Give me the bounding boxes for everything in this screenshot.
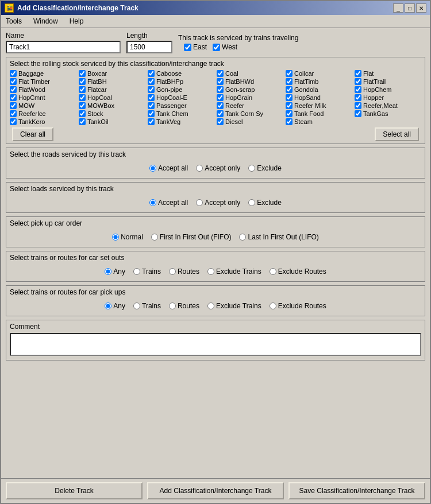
- west-checkbox-label[interactable]: West: [213, 43, 237, 51]
- pick-ups-section: Select trains or routes for car pick ups…: [6, 285, 425, 316]
- cb-hopgrain[interactable]: HopGrain: [217, 94, 283, 101]
- cb-gon-scrap[interactable]: Gon-scrap: [217, 86, 283, 93]
- cb-hopcoal-e[interactable]: HopCoal-E: [148, 94, 214, 101]
- cb-flatbhpp[interactable]: FlatBHPp: [148, 78, 214, 85]
- main-window: 🚂 Add Classification/Interchange Track _…: [0, 0, 431, 504]
- length-group: Length: [126, 32, 172, 53]
- loads-title: Select loads serviced by this track: [10, 185, 421, 193]
- cb-flatcar[interactable]: Flatcar: [79, 86, 145, 93]
- cb-mow[interactable]: MOW: [10, 102, 76, 109]
- cb-reefer-milk[interactable]: Reefer Milk: [286, 102, 352, 109]
- loads-accept-only[interactable]: Accept only: [196, 199, 240, 207]
- set-outs-radio-group: Any Trains Routes Exclude Trains Exclude…: [10, 264, 421, 279]
- cb-mowbox[interactable]: MOWBox: [79, 102, 145, 109]
- cb-diesel[interactable]: Diesel: [217, 118, 283, 125]
- cb-boxcar[interactable]: Boxcar: [79, 70, 145, 77]
- cb-steam[interactable]: Steam: [286, 118, 352, 125]
- title-bar: 🚂 Add Classification/Interchange Track _…: [1, 1, 430, 15]
- loads-exclude[interactable]: Exclude: [248, 199, 282, 207]
- cb-flattrail[interactable]: FlatTrail: [355, 78, 421, 85]
- pickups-routes[interactable]: Routes: [169, 302, 199, 310]
- cb-passenger[interactable]: Passenger: [148, 102, 214, 109]
- setouts-exclude-trains[interactable]: Exclude Trains: [207, 267, 261, 276]
- rolling-stock-grid: Baggage Boxcar Caboose Coal Coilcar Flat…: [10, 70, 421, 125]
- close-button[interactable]: ✕: [416, 3, 426, 13]
- name-label: Name: [6, 32, 121, 40]
- order-fifo[interactable]: First In First Out (FIFO): [151, 233, 232, 241]
- cb-tankkero[interactable]: TankKero: [10, 118, 76, 125]
- pickups-trains[interactable]: Trains: [133, 302, 161, 310]
- cb-hopcoal[interactable]: HopCoal: [79, 94, 145, 101]
- pickups-exclude-trains[interactable]: Exclude Trains: [207, 302, 261, 310]
- loads-accept-all[interactable]: Accept all: [149, 199, 188, 207]
- pick-ups-title: Select trains or routes for car pick ups: [10, 288, 421, 296]
- setouts-any[interactable]: Any: [105, 267, 125, 276]
- menu-tools[interactable]: Tools: [3, 16, 24, 26]
- order-normal[interactable]: Normal: [112, 233, 143, 241]
- cb-baggage[interactable]: Baggage: [10, 70, 76, 77]
- setouts-exclude-routes[interactable]: Exclude Routes: [270, 267, 326, 276]
- save-track-button[interactable]: Save Classification/Interchange Track: [288, 482, 425, 499]
- comment-input[interactable]: [10, 333, 421, 356]
- cb-hopchem[interactable]: HopChem: [355, 86, 421, 93]
- length-label: Length: [126, 32, 172, 40]
- east-checkbox[interactable]: [184, 44, 191, 51]
- order-lifo[interactable]: Last In First Out (LIFO): [239, 233, 318, 241]
- cb-hopsand[interactable]: HopSand: [286, 94, 352, 101]
- cb-reefer[interactable]: Reefer: [217, 102, 283, 109]
- pickups-exclude-routes[interactable]: Exclude Routes: [270, 302, 326, 310]
- menu-window[interactable]: Window: [31, 16, 60, 26]
- delete-track-button[interactable]: Delete Track: [6, 482, 143, 499]
- cb-flatbhwd[interactable]: FlatBHWd: [217, 78, 283, 85]
- setouts-routes[interactable]: Routes: [169, 267, 199, 276]
- cb-gon-pipe[interactable]: Gon-pipe: [148, 86, 214, 93]
- cb-reefer-meat[interactable]: Reefer,Meat: [355, 102, 421, 109]
- roads-accept-all[interactable]: Accept all: [149, 164, 188, 172]
- cb-tankveg[interactable]: TankVeg: [148, 118, 214, 125]
- clear-all-button[interactable]: Clear all: [12, 127, 53, 141]
- cb-flat-timber[interactable]: Flat Timber: [10, 78, 76, 85]
- pickups-any[interactable]: Any: [105, 302, 125, 310]
- name-input[interactable]: [6, 41, 121, 53]
- set-outs-section: Select trains or routes for car set outs…: [6, 251, 425, 282]
- cb-flatwood[interactable]: FlatWood: [10, 86, 76, 93]
- roads-exclude[interactable]: Exclude: [248, 164, 282, 172]
- minimize-button[interactable]: _: [393, 3, 403, 13]
- cb-gondola[interactable]: Gondola: [286, 86, 352, 93]
- roads-section: Select the roads serviced by this track …: [6, 148, 425, 179]
- bottom-buttons-row: Delete Track Add Classification/Intercha…: [1, 478, 430, 503]
- cb-flatbh[interactable]: FlatBH: [79, 78, 145, 85]
- cb-stock[interactable]: Stock: [79, 110, 145, 117]
- set-outs-title: Select trains or routes for car set outs: [10, 254, 421, 262]
- cb-tank-food[interactable]: Tank Food: [286, 110, 352, 117]
- cb-tank-chem[interactable]: Tank Chem: [148, 110, 214, 117]
- east-checkbox-label[interactable]: East: [184, 43, 207, 51]
- west-checkbox[interactable]: [213, 44, 220, 51]
- trains-travel-options: East West: [184, 43, 298, 51]
- pick-ups-radio-group: Any Trains Routes Exclude Trains Exclude…: [10, 298, 421, 313]
- cb-tank-corn-sy[interactable]: Tank Corn Sy: [217, 110, 283, 117]
- main-content: Name Length This track is serviced by tr…: [1, 28, 430, 478]
- cb-coilcar[interactable]: Coilcar: [286, 70, 352, 77]
- cb-flat[interactable]: Flat: [355, 70, 421, 77]
- comment-label: Comment: [10, 323, 421, 331]
- maximize-button[interactable]: □: [405, 3, 415, 13]
- menu-bar: Tools Window Help: [1, 15, 430, 28]
- menu-help[interactable]: Help: [67, 16, 86, 26]
- cb-tankgas[interactable]: TankGas: [355, 110, 421, 117]
- length-input[interactable]: [126, 41, 172, 53]
- title-bar-left: 🚂 Add Classification/Interchange Track: [5, 3, 138, 13]
- cb-flattimb[interactable]: FlatTimb: [286, 78, 352, 85]
- cb-reeferice[interactable]: ReeferIce: [10, 110, 76, 117]
- cb-coal[interactable]: Coal: [217, 70, 283, 77]
- select-all-button[interactable]: Select all: [375, 127, 419, 141]
- add-track-button[interactable]: Add Classification/Interchange Track: [147, 482, 284, 499]
- name-group: Name: [6, 32, 121, 53]
- cb-hopper[interactable]: Hopper: [355, 94, 421, 101]
- cb-caboose[interactable]: Caboose: [148, 70, 214, 77]
- setouts-trains[interactable]: Trains: [133, 267, 161, 276]
- cb-tankoil[interactable]: TankOil: [79, 118, 145, 125]
- car-order-section: Select pick up car order Normal First In…: [6, 216, 425, 247]
- cb-hopcmnt[interactable]: HopCmnt: [10, 94, 76, 101]
- roads-accept-only[interactable]: Accept only: [196, 164, 240, 172]
